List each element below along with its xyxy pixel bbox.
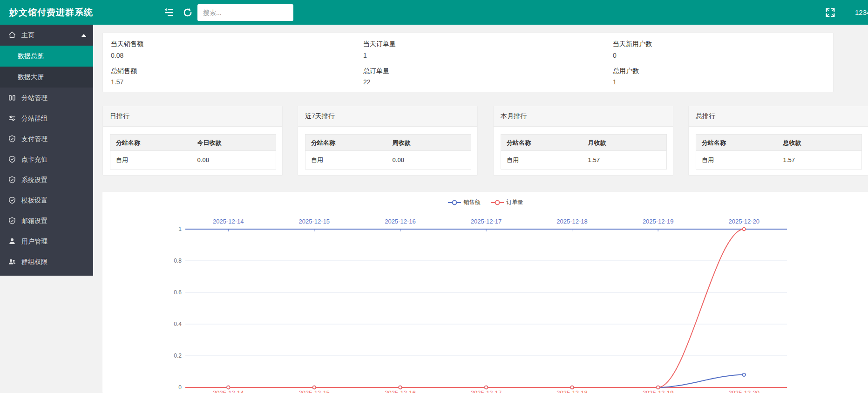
stat-value: 0 [613, 52, 617, 59]
col-header-site-name: 分站名称 [696, 135, 782, 150]
legend-label: 订单量 [507, 198, 523, 206]
col-header-site-name: 分站名称 [501, 135, 587, 150]
ranking-card-7days: 近7天排行 分站名称 周收款 自用 0.08 [298, 106, 478, 176]
ranking-card-title: 总排行 [689, 106, 868, 127]
x-axis-label-top: 2025-12-15 [286, 218, 342, 225]
stat-col-sales: 当天销售额 0.08 总销售额 1.57 [111, 33, 353, 93]
ranking-table: 分站名称 月收款 自用 1.57 [501, 134, 667, 169]
top-header: 妙文馆付费进群系统 12345 [0, 0, 868, 25]
refresh-icon[interactable] [183, 7, 193, 18]
ranking-card-title: 近7天排行 [298, 106, 477, 127]
stat-value: 22 [363, 78, 371, 86]
columns-icon [8, 94, 16, 102]
stat-label: 总订单量 [363, 67, 389, 75]
sidebar-item-template-settings[interactable]: 模板设置 [0, 190, 93, 210]
shield-check-icon [8, 196, 16, 204]
y-axis-tick-label: 0.2 [161, 352, 182, 359]
sidebar-item-label: 主页 [21, 31, 34, 39]
sidebar-item-user-manage[interactable]: 用户管理 [0, 231, 93, 251]
y-axis-tick-label: 1 [161, 226, 182, 232]
sidebar-item-email-settings[interactable]: 邮箱设置 [0, 210, 93, 231]
col-header-amount: 周收款 [392, 135, 471, 150]
y-axis-tick-label: 0 [161, 384, 182, 391]
ranking-card-month: 本月排行 分站名称 月收款 自用 1.57 [493, 106, 673, 176]
x-axis-label-bottom: 2025-12-15 [286, 389, 342, 393]
x-axis-label-bottom: 2025-12-17 [458, 389, 514, 393]
stats-summary-card: 当天销售额 0.08 总销售额 1.57 当天订单量 1 总订单量 22 当天新… [102, 33, 834, 92]
ranking-table: 分站名称 周收款 自用 0.08 [305, 134, 471, 169]
x-axis-label-bottom: 2025-12-19 [630, 389, 686, 393]
stat-label: 当天新用户数 [613, 40, 652, 48]
table-row: 自用 1.57 [501, 151, 666, 169]
stat-label: 当天销售额 [111, 40, 143, 48]
admin-dashboard: { "header": { "title": "妙文馆付费进群系统", "sea… [0, 0, 868, 393]
username-menu[interactable]: 12345 [855, 0, 868, 25]
chevron-up-icon [81, 34, 87, 37]
sidebar-item-system-settings[interactable]: 系统设置 [0, 169, 93, 190]
x-axis-label-top: 2025-12-19 [630, 218, 686, 225]
table-row: 自用 1.57 [696, 151, 861, 169]
sidebar-item-card-recharge[interactable]: 点卡充值 [0, 149, 93, 169]
x-axis-label-top: 2025-12-14 [200, 218, 256, 225]
sidebar-subitem-data-screen[interactable]: 数据大屏 [0, 67, 93, 88]
shield-check-icon [8, 176, 16, 183]
col-header-amount: 总收款 [782, 135, 861, 150]
x-axis-label-top: 2025-12-17 [458, 218, 514, 225]
x-axis-label-bottom: 2025-12-20 [716, 389, 772, 393]
y-axis-tick-label: 0.6 [161, 289, 182, 296]
fullscreen-icon[interactable] [825, 7, 835, 18]
ranking-table: 分站名称 今日收款 自用 0.08 [110, 134, 276, 169]
ranking-table: 分站名称 总收款 自用 1.57 [696, 134, 862, 169]
home-icon [8, 31, 16, 39]
x-axis-label-bottom: 2025-12-14 [200, 389, 256, 393]
legend-label: 销售额 [464, 198, 481, 206]
legend-item-orders[interactable]: 订单量 [491, 198, 523, 206]
shield-check-icon [8, 135, 16, 142]
x-axis-label-bottom: 2025-12-16 [372, 389, 428, 393]
legend-line-circle-icon [448, 200, 461, 205]
stat-label: 总用户数 [613, 67, 639, 75]
app-title: 妙文馆付费进群系统 [9, 0, 93, 25]
collapse-menu-icon[interactable] [164, 7, 174, 18]
table-row: 自用 0.08 [305, 151, 471, 169]
x-axis-label-bottom: 2025-12-18 [544, 389, 600, 393]
stat-value: 1 [613, 78, 617, 86]
legend-item-sales[interactable]: 销售额 [448, 198, 481, 206]
group-icon [8, 258, 16, 265]
shield-check-icon [8, 217, 16, 224]
col-header-amount: 今日收款 [197, 135, 276, 150]
sidebar-item-substation-manage[interactable]: 分站管理 [0, 88, 93, 108]
ranking-card-title: 日排行 [103, 106, 282, 127]
stat-value: 1.57 [111, 78, 123, 86]
sidebar-nav: 主页 数据总览 数据大屏 分站管理 分站群组 支付管理 [0, 25, 93, 276]
x-axis-label-top: 2025-12-20 [716, 218, 772, 225]
sidebar-item-group-permissions[interactable]: 群组权限 [0, 251, 93, 272]
stat-col-users: 当天新用户数 0 总用户数 1 [613, 33, 827, 93]
sidebar-subitem-data-overview[interactable]: 数据总览 [0, 46, 93, 67]
ranking-card-total: 总排行 分站名称 总收款 自用 1.57 [688, 106, 868, 176]
x-axis-label-top: 2025-12-16 [372, 218, 428, 225]
sales-orders-chart-card: 销售额 订单量 00.20.40.60.812025-12-142025-12-… [102, 192, 868, 393]
legend-line-circle-icon [491, 200, 504, 205]
sidebar-item-substation-groups[interactable]: 分站群组 [0, 108, 93, 129]
ranking-card-title: 本月排行 [494, 106, 673, 127]
sidebar-item-payment-manage[interactable]: 支付管理 [0, 129, 93, 149]
user-icon [8, 237, 16, 245]
y-axis-tick-label: 0.8 [161, 257, 182, 264]
stat-col-orders: 当天订单量 1 总订单量 22 [363, 33, 605, 93]
chart-legend: 销售额 订单量 [448, 198, 523, 206]
ranking-card-daily: 日排行 分站名称 今日收款 自用 0.08 [102, 106, 283, 176]
y-axis-tick-label: 0.4 [161, 321, 182, 327]
search-input[interactable] [197, 4, 293, 21]
table-row: 自用 0.08 [110, 151, 276, 169]
stat-value: 0.08 [111, 52, 123, 59]
shield-check-icon [8, 156, 16, 163]
col-header-amount: 月收款 [587, 135, 666, 150]
sidebar-item-home[interactable]: 主页 [0, 25, 93, 46]
stat-label: 当天订单量 [363, 40, 396, 48]
stat-value: 1 [363, 52, 367, 59]
sliders-icon [8, 115, 16, 122]
x-axis-label-top: 2025-12-18 [544, 218, 600, 225]
col-header-site-name: 分站名称 [110, 135, 197, 150]
col-header-site-name: 分站名称 [305, 135, 392, 150]
